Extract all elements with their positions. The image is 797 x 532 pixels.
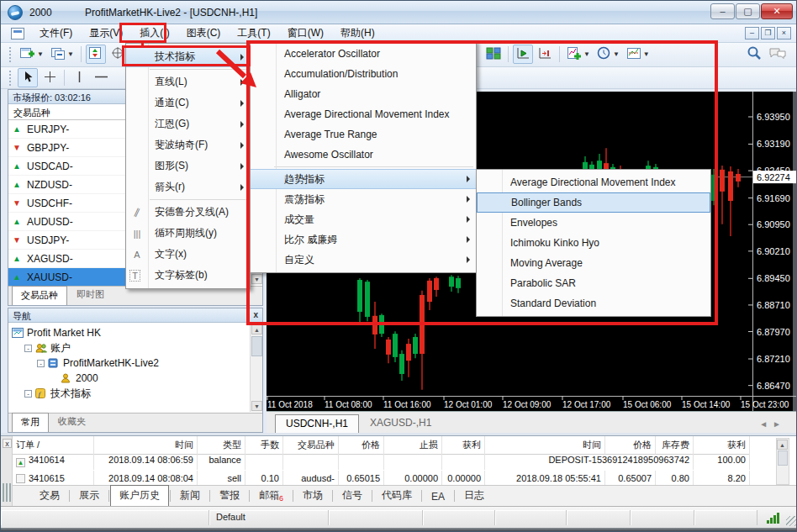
navigator-scrollbar[interactable]: ▲ ▼ — [250, 324, 262, 412]
navigator-close-icon[interactable]: x — [253, 310, 258, 319]
terminal-scrollbar[interactable]: ▲ — [776, 438, 789, 485]
menu-item-Average Directional Movement Index[interactable]: Average Directional Movement Index — [477, 172, 710, 192]
terminal-grip-icon[interactable] — [3, 483, 11, 502]
menu-item-Standard Deviation[interactable]: Standard Deviation — [477, 293, 710, 313]
tree-item-ProfitMarketHK-Live2[interactable]: -ProfitMarketHK-Live2 — [12, 356, 261, 371]
menu-item-Parabolic SAR[interactable]: Parabolic SAR — [477, 273, 710, 293]
toolbar-grip-icon[interactable] — [9, 47, 13, 62]
mdi-minimize-button[interactable]: – — [745, 27, 759, 40]
terminal-close-icon[interactable]: x — [3, 439, 12, 448]
terminal-tab-邮箱[interactable]: 邮箱6 — [251, 486, 292, 506]
auto-scroll-button[interactable] — [513, 45, 533, 64]
terminal-tab-代码库[interactable]: 代码库 — [373, 486, 420, 506]
terminal-tab-信号[interactable]: 信号 — [334, 486, 371, 506]
menu-item-直线(L)[interactable]: 直线(L) — [126, 71, 250, 92]
menu-item-文件F[interactable]: 文件(F) — [31, 24, 81, 43]
toolbar-grip-icon[interactable] — [9, 71, 13, 86]
zoom-button[interactable] — [744, 45, 764, 64]
templates-button[interactable]: ▼ — [624, 45, 652, 64]
menu-item-成交量[interactable]: 成交量 — [251, 209, 476, 229]
community-chat-button[interactable] — [766, 45, 789, 64]
menu-item-循环周期线(y)[interactable]: |||循环周期线(y) — [126, 223, 250, 244]
dropdown-caret-icon[interactable]: ▼ — [643, 50, 650, 58]
resize-grip-icon[interactable] — [786, 516, 796, 526]
market-watch-toggle-button[interactable] — [86, 45, 106, 64]
chart-window-icon[interactable] — [11, 28, 24, 40]
menu-item-Bollinger Bands[interactable]: Bollinger Bands — [477, 192, 710, 213]
minimize-button[interactable]: – — [710, 3, 735, 19]
menu-item-Average True Range[interactable]: Average True Range — [251, 124, 476, 145]
terminal-tab-市场[interactable]: 市场 — [294, 486, 331, 506]
scrollbar-thumb[interactable] — [778, 450, 788, 466]
dropdown-caret-icon[interactable]: ▼ — [37, 50, 44, 58]
indicators-add-button[interactable]: ▼ — [564, 45, 593, 64]
menu-item-箭头(r)[interactable]: 箭头(r) — [126, 176, 250, 198]
menu-item-Accumulation/Distribution[interactable]: Accumulation/Distribution — [251, 64, 476, 84]
menu-item-文字标签(b)[interactable]: T文字标签(b) — [126, 265, 250, 286]
menu-item-图形(S)[interactable]: 图形(S) — [126, 155, 250, 176]
cursor-button[interactable] — [18, 68, 38, 87]
menu-item-Ichimoku Kinko Hyo[interactable]: Ichimoku Kinko Hyo — [477, 233, 710, 253]
tree-item-技术指标[interactable]: -f技术指标 — [12, 386, 261, 401]
tree-item-账户[interactable]: -账户 — [12, 340, 261, 356]
menu-item-Alligator[interactable]: Alligator — [251, 84, 476, 104]
terminal-tab-警报[interactable]: 警报 — [211, 486, 248, 506]
menu-item-文字(x)[interactable]: A文字(x) — [126, 244, 250, 265]
tree-collapse-icon[interactable]: - — [24, 345, 32, 352]
mdi-restore-button[interactable]: ❐ — [761, 27, 775, 40]
menu-item-显示V[interactable]: 显示(V) — [81, 24, 131, 43]
menu-item-自定义[interactable]: 自定义 — [251, 250, 476, 270]
dropdown-caret-icon[interactable]: ▼ — [67, 50, 74, 58]
terminal-tab-交易[interactable]: 交易 — [31, 486, 68, 506]
dropdown-caret-icon[interactable]: ▼ — [613, 50, 620, 58]
menu-item-插入I[interactable]: 插入(I) — [131, 24, 177, 43]
menu-item-图表C[interactable]: 图表(C) — [178, 24, 230, 43]
menu-item-Average Directional Movement Index[interactable]: Average Directional Movement Index — [251, 104, 476, 124]
menu-item-江恩(G)[interactable]: 江恩(G) — [126, 113, 250, 134]
terminal-tab-日志[interactable]: 日志 — [456, 486, 493, 506]
menu-item-Moving Average[interactable]: Moving Average — [477, 253, 710, 273]
vertical-line-button[interactable] — [69, 68, 89, 87]
mdi-close-button[interactable]: × — [777, 27, 791, 40]
menu-item-通道(C)[interactable]: 通道(C) — [126, 92, 250, 113]
tab-常用[interactable]: 常用 — [12, 413, 49, 432]
tile-windows-button[interactable] — [483, 45, 504, 64]
tab-收藏夹[interactable]: 收藏夹 — [49, 412, 95, 432]
chart-shift-button[interactable] — [535, 45, 555, 64]
scrollbar-thumb[interactable] — [251, 336, 262, 356]
dropdown-caret-icon[interactable]: ▼ — [583, 50, 590, 58]
scroll-up-icon[interactable]: ▲ — [777, 440, 788, 450]
tab-即时图[interactable]: 即时图 — [67, 285, 113, 305]
scroll-down-icon[interactable]: ▼ — [251, 401, 262, 411]
menu-item-Awesome Oscillator[interactable]: Awesome Oscillator — [251, 145, 476, 165]
terminal-tab-账户历史[interactable]: 账户历史 — [110, 485, 169, 506]
menu-item-Accelerator Oscillator[interactable]: Accelerator Oscillator — [251, 44, 476, 64]
periods-clock-button[interactable]: ▼ — [594, 45, 622, 64]
tree-collapse-icon[interactable]: - — [37, 360, 45, 367]
menu-item-Envelopes[interactable]: Envelopes — [477, 213, 710, 233]
tree-item-Profit Market HK[interactable]: Profit Market HK — [12, 325, 261, 340]
menu-item-趋势指标[interactable]: 趋势指标 — [251, 169, 476, 189]
chart-tab-arrows-icon[interactable]: ◄► — [759, 419, 786, 429]
horizontal-line-button[interactable] — [91, 68, 111, 87]
chart-tab-XAGUSD-,H1[interactable]: XAGUSD-,H1 — [359, 413, 442, 433]
menu-item-安德鲁分叉线(A)[interactable]: ∥安德鲁分叉线(A) — [126, 202, 250, 223]
menu-item-震荡指标[interactable]: 震荡指标 — [251, 189, 476, 209]
menu-item-技术指标[interactable]: 技术指标 — [126, 46, 250, 67]
new-chart-button[interactable]: ▼ — [18, 45, 46, 64]
crosshair-button[interactable] — [40, 68, 60, 87]
status-profile-cell[interactable]: Default — [209, 510, 329, 525]
menu-item-比尔 威廉姆[interactable]: 比尔 威廉姆 — [251, 229, 476, 250]
profiles-button[interactable]: ▼ — [48, 45, 77, 64]
restore-button[interactable]: ▢ — [736, 3, 760, 19]
scroll-up-icon[interactable]: ▲ — [251, 324, 262, 334]
tab-交易品种[interactable]: 交易品种 — [12, 286, 67, 305]
terminal-tab-展示[interactable]: 展示 — [71, 486, 108, 506]
tree-collapse-icon[interactable]: - — [24, 390, 32, 398]
menu-item-斐波纳奇(F)[interactable]: 斐波纳奇(F) — [126, 134, 250, 155]
chart-tab-USDCNH-,H1[interactable]: USDCNH-,H1 — [275, 414, 359, 433]
terminal-tab-新闻[interactable]: 新闻 — [172, 486, 208, 506]
tree-item-2000[interactable]: 2000 — [12, 371, 261, 386]
close-button[interactable]: ✕ — [761, 3, 793, 19]
scroll-down-icon[interactable]: ▼ — [251, 274, 262, 284]
